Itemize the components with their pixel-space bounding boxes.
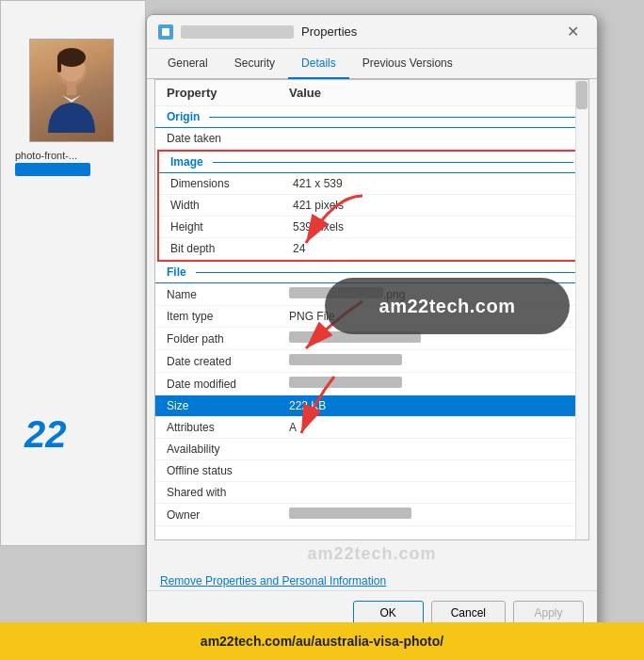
svg-rect-3 (57, 56, 61, 72)
prop-attributes-val: A (289, 421, 297, 434)
section-file-line (196, 272, 577, 273)
prop-date-taken-label: Date taken (167, 132, 289, 145)
properties-dialog: Properties ✕ General Security Details Pr… (146, 14, 598, 636)
prop-folder-path-val (289, 331, 421, 346)
row-width: Width 421 pixels (159, 195, 585, 217)
prop-bit-depth-label: Bit depth (170, 242, 293, 255)
prop-width-val: 421 pixels (293, 199, 344, 212)
prop-date-modified-val (289, 377, 402, 391)
prop-item-type-label: Item type (167, 310, 289, 323)
row-height: Height 539 pixels (159, 217, 585, 238)
date-modified-blur (289, 377, 402, 388)
row-date-taken: Date taken (155, 128, 588, 150)
row-name: Name .png (155, 283, 588, 306)
name-ext: .png (383, 288, 405, 301)
prop-availability-label: Availability (167, 443, 289, 456)
prop-owner-label: Owner (167, 508, 289, 522)
prop-name-val: .png (289, 287, 405, 301)
person-silhouette (39, 48, 105, 133)
prop-height-label: Height (170, 220, 293, 233)
prop-date-modified-label: Date modified (167, 378, 289, 391)
prop-width-label: Width (170, 199, 293, 212)
prop-attributes-label: Attributes (167, 421, 289, 434)
col-value-header: Value (289, 86, 321, 100)
prop-size-label: Size (167, 399, 289, 412)
svg-rect-4 (67, 82, 76, 95)
date-created-blur (289, 354, 402, 365)
prop-bit-depth-val: 24 (293, 242, 305, 255)
file-selection-bar (15, 163, 90, 176)
tab-bar: General Security Details Previous Versio… (147, 49, 597, 79)
title-bar-left: Properties (158, 24, 357, 40)
section-image: Image (159, 152, 585, 173)
row-date-modified: Date modified (155, 373, 588, 395)
properties-content: Property Value Origin Date taken Image D… (154, 79, 589, 540)
thumbnail-image (30, 40, 113, 141)
prop-folder-path-label: Folder path (167, 332, 289, 346)
section-origin-label: Origin (167, 110, 200, 123)
tab-general[interactable]: General (154, 49, 221, 79)
name-blur (289, 287, 383, 298)
tab-security[interactable]: Security (221, 49, 288, 79)
url-bar: am22tech.com/au/australia-visa-photo/ (0, 622, 644, 660)
scrollbar-thumb[interactable] (576, 81, 588, 109)
prop-dimensions-val: 421 x 539 (293, 177, 343, 190)
prop-item-type-val: PNG File (289, 310, 335, 323)
file-icon-svg (161, 27, 170, 37)
svg-rect-5 (162, 28, 169, 36)
section-image-line (213, 162, 573, 163)
prop-offline-label: Offline status (167, 464, 289, 477)
prop-date-created-val (289, 354, 402, 368)
url-text: am22tech.com/au/australia-visa-photo/ (201, 634, 443, 649)
row-offline-status: Offline status (155, 460, 588, 482)
prop-owner-val (289, 507, 411, 522)
dialog-title: Properties (301, 24, 357, 39)
title-bar: Properties ✕ (147, 15, 597, 49)
section-origin-line (209, 117, 577, 118)
row-shared-with: Shared with (155, 482, 588, 504)
close-button[interactable]: ✕ (559, 19, 586, 45)
row-bit-depth: Bit depth 24 (159, 238, 585, 260)
row-availability: Availability (155, 439, 588, 460)
file-thumbnail (29, 39, 114, 142)
table-header: Property Value (155, 80, 588, 106)
remove-link-area: Remove Properties and Personal Informati… (147, 568, 597, 593)
row-item-type: Item type PNG File (155, 306, 588, 328)
light-watermark: am22tech.com (147, 540, 597, 568)
section-file: File (155, 262, 588, 283)
number-decoration: 22 (24, 413, 67, 456)
section-file-label: File (167, 266, 186, 279)
row-attributes: Attributes A (155, 417, 588, 439)
row-dimensions: Dimensions 421 x 539 (159, 173, 585, 195)
prop-size-val: 222 KB (289, 399, 326, 412)
row-folder-path: Folder path (155, 328, 588, 350)
prop-height-val: 539 pixels (293, 220, 344, 233)
prop-date-created-label: Date created (167, 355, 289, 368)
prop-dimensions-label: Dimensions (170, 177, 293, 190)
tab-previous-versions[interactable]: Previous Versions (349, 49, 466, 79)
prop-shared-label: Shared with (167, 486, 289, 499)
title-filename-blur (181, 25, 294, 39)
remove-properties-link[interactable]: Remove Properties and Personal Informati… (160, 574, 386, 588)
folder-blur (289, 331, 421, 343)
prop-name-label: Name (167, 288, 289, 301)
file-explorer-panel: photo-front-... 22 (0, 0, 146, 546)
scrollbar[interactable] (575, 80, 588, 539)
tab-details[interactable]: Details (288, 49, 349, 79)
row-size: Size 222 KB (155, 395, 588, 417)
col-property-header: Property (167, 86, 289, 100)
row-date-created: Date created (155, 350, 588, 373)
section-origin: Origin (155, 106, 588, 128)
svg-point-2 (57, 48, 86, 67)
dialog-icon (158, 24, 173, 40)
row-owner: Owner (155, 504, 588, 526)
owner-blur (289, 507, 411, 519)
file-name-label: photo-front-... (15, 150, 77, 161)
section-image-label: Image (170, 155, 203, 169)
image-section-highlight-box: Image Dimensions 421 x 539 Width 421 pix… (157, 150, 587, 262)
